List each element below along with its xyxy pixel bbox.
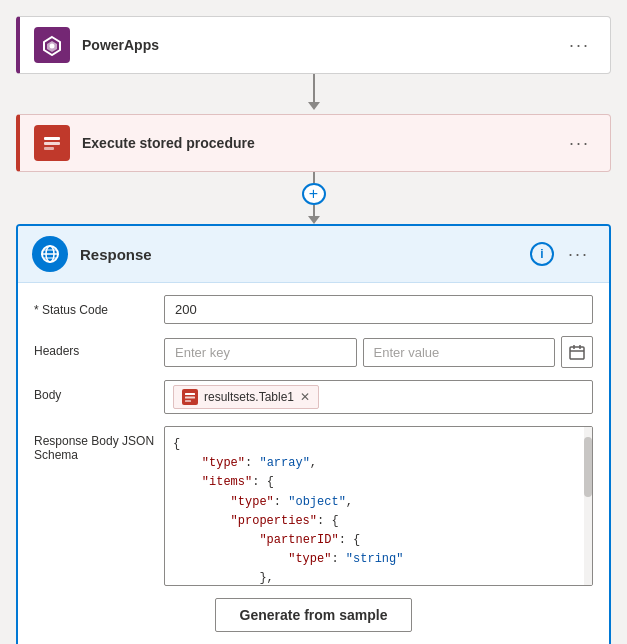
add-step-button[interactable]: + (302, 183, 326, 205)
json-scrollbar-thumb (584, 437, 592, 497)
arrow-head-2 (308, 216, 320, 224)
body-control: resultsets.Table1 ✕ (164, 380, 593, 414)
svg-rect-4 (44, 142, 60, 145)
json-line-2: "type": "array", (173, 454, 576, 473)
json-line-7: "type": "string" (173, 550, 576, 569)
status-code-label: * Status Code (34, 295, 164, 317)
response-icon (32, 236, 68, 272)
json-scrollbar[interactable] (584, 427, 592, 585)
body-tag-close-button[interactable]: ✕ (300, 390, 310, 404)
sql-card: Execute stored procedure ··· (16, 114, 611, 172)
body-tag: resultsets.Table1 ✕ (173, 385, 319, 409)
headers-row: Headers (34, 336, 593, 368)
json-schema-editor[interactable]: { "type": "array", "items": { "type": "o… (164, 426, 593, 586)
svg-rect-17 (185, 400, 191, 402)
svg-rect-16 (185, 397, 195, 399)
json-line-8: }, (173, 569, 576, 586)
json-line-1: { (173, 435, 576, 454)
sql-more-button[interactable]: ··· (563, 131, 596, 156)
response-header: Response i ··· (18, 226, 609, 283)
headers-label: Headers (34, 336, 164, 358)
arrow-connector-1 (308, 74, 320, 114)
arrow-line-1 (313, 74, 315, 102)
sql-title: Execute stored procedure (82, 135, 563, 151)
flow-container: PowerApps ··· Execute stored procedure ·… (16, 16, 611, 644)
status-code-input[interactable] (164, 295, 593, 324)
json-schema-row: Response Body JSON Schema { "type": "arr… (34, 426, 593, 586)
response-body: * Status Code Headers (18, 283, 609, 644)
status-code-control (164, 295, 593, 324)
json-line-4: "type": "object", (173, 493, 576, 512)
response-info-button[interactable]: i (530, 242, 554, 266)
powerapps-icon (34, 27, 70, 63)
add-header-button[interactable] (561, 336, 593, 368)
status-code-row: * Status Code (34, 295, 593, 324)
generate-from-sample-button[interactable]: Generate from sample (215, 598, 413, 632)
json-line-3: "items": { (173, 473, 576, 492)
body-tag-sql-icon (182, 389, 198, 405)
plus-line-bottom (313, 205, 315, 216)
svg-rect-11 (570, 347, 584, 359)
response-card: Response i ··· * Status Code Headers (16, 224, 611, 644)
json-line-5: "properties": { (173, 512, 576, 531)
svg-rect-3 (44, 137, 60, 140)
plus-connector: + (302, 172, 326, 224)
body-input-wrapper[interactable]: resultsets.Table1 ✕ (164, 380, 593, 414)
headers-value-input[interactable] (363, 338, 556, 367)
sql-icon (34, 125, 70, 161)
arrow-head-1 (308, 102, 320, 110)
body-tag-text: resultsets.Table1 (204, 390, 294, 404)
svg-rect-5 (44, 147, 54, 150)
body-row: Body resultsets.Table1 (34, 380, 593, 414)
powerapps-card: PowerApps ··· (16, 16, 611, 74)
plus-line-top (313, 172, 315, 183)
body-label: Body (34, 380, 164, 402)
powerapps-title: PowerApps (82, 37, 563, 53)
response-more-button[interactable]: ··· (562, 242, 595, 267)
json-schema-label: Response Body JSON Schema (34, 426, 164, 462)
response-title: Response (80, 246, 530, 263)
headers-control (164, 336, 593, 368)
svg-rect-15 (185, 393, 195, 395)
svg-point-2 (50, 44, 55, 49)
headers-key-input[interactable] (164, 338, 357, 367)
json-line-6: "partnerID": { (173, 531, 576, 550)
powerapps-more-button[interactable]: ··· (563, 33, 596, 58)
json-content: { "type": "array", "items": { "type": "o… (165, 427, 592, 586)
